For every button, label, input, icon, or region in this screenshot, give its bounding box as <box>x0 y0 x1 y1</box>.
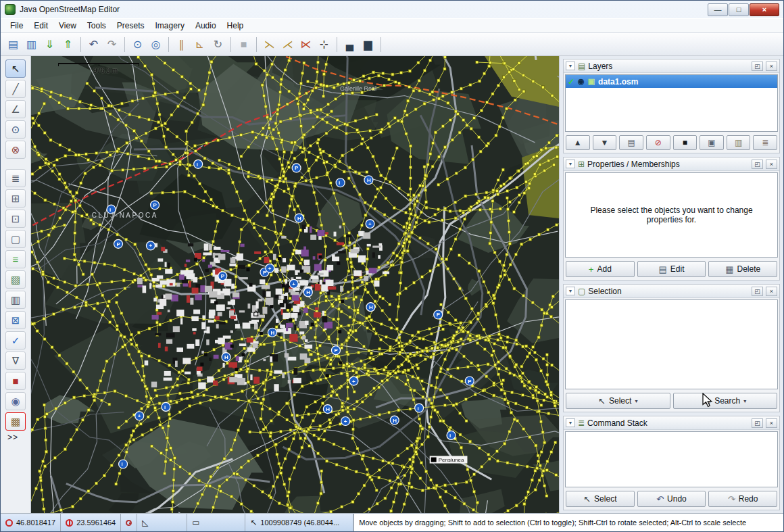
routing-bus-icon[interactable]: ▆ <box>359 35 377 53</box>
search-menu-button[interactable]: ⊙ Search ▾ <box>673 393 778 409</box>
collapse-icon[interactable]: ▼ <box>566 160 575 168</box>
minimize-button[interactable]: — <box>708 3 728 16</box>
cs-select-label: Select <box>594 494 616 504</box>
follow-line-icon[interactable]: ⊾ <box>191 35 209 53</box>
collapse-icon[interactable]: ▼ <box>566 418 575 427</box>
menu-audio[interactable]: Audio <box>190 20 222 32</box>
map-canvas[interactable] <box>31 56 559 513</box>
layers-toggle-button[interactable]: ≣ <box>5 169 26 187</box>
delete-mode-button[interactable]: ⊗ <box>5 141 26 159</box>
cs-select-button[interactable]: ↖ Select <box>566 491 635 507</box>
download-icon[interactable]: ⇓ <box>41 35 59 53</box>
dock-icon[interactable]: ◰ <box>752 62 763 71</box>
imagery-toggle-button[interactable]: ◉ <box>5 392 26 410</box>
select-mode-button[interactable]: ↖ <box>5 59 26 78</box>
open-file-icon[interactable]: ▤ <box>4 35 22 53</box>
layers-panel-title: Layers <box>588 62 749 71</box>
pan-icon[interactable]: ⊹ <box>315 35 333 53</box>
relations-toggle-button[interactable]: ⊡ <box>5 210 26 228</box>
save-icon[interactable]: ▥ <box>22 35 41 53</box>
undo-icon[interactable]: ↶ <box>84 35 103 53</box>
zoom-download-icon[interactable]: ◎ <box>147 35 165 53</box>
redo-icon[interactable]: ↷ <box>103 35 121 53</box>
longitude-value: 23.5961464 <box>76 518 116 527</box>
cs-undo-label: Undo <box>667 494 687 504</box>
dock-icon[interactable]: ◰ <box>752 287 763 296</box>
split-way-icon[interactable]: ⋋ <box>260 35 278 53</box>
map-scale: 976.3 m <box>58 63 139 74</box>
latitude-icon <box>5 519 13 527</box>
command-stack-toggle-button[interactable]: ≡ <box>5 250 26 268</box>
selection-panel-title: Selection <box>588 287 749 296</box>
layer-row[interactable]: ✓ ◉ ▣ data1.osm <box>566 75 777 88</box>
delete-button[interactable]: ▦ Delete <box>708 261 777 277</box>
filter-toggle-button[interactable]: ∇ <box>5 352 26 370</box>
cs-redo-label: Redo <box>739 494 758 504</box>
app-window: Java OpenStreetMap Editor — □ × File Edi… <box>0 0 784 532</box>
close-icon[interactable]: × <box>766 62 777 71</box>
close-icon[interactable]: × <box>766 160 777 169</box>
notes-toggle-button[interactable]: ⊠ <box>5 311 26 329</box>
dock-icon[interactable]: ◰ <box>752 160 763 169</box>
collapse-icon[interactable]: ▼ <box>566 287 575 295</box>
delete-layer-button[interactable]: ≣ <box>753 135 777 150</box>
upload-icon[interactable]: ⇑ <box>59 35 77 53</box>
layer-active-icon[interactable]: ✓ <box>568 77 574 87</box>
menu-file[interactable]: File <box>5 20 28 32</box>
select-menu-button[interactable]: ↖ Select ▾ <box>566 393 670 409</box>
new-layer-button[interactable]: ▥ <box>727 135 751 150</box>
refresh-icon[interactable]: ↻ <box>209 35 227 53</box>
zoom-selection-icon[interactable]: ⊙ <box>128 35 147 53</box>
menu-presets[interactable]: Presets <box>112 20 150 32</box>
menu-edit[interactable]: Edit <box>28 20 53 32</box>
inactive-tool-icon: ■ <box>235 35 253 53</box>
move-layer-down-button[interactable]: ▼ <box>593 135 617 150</box>
search-icon: ⊙ <box>704 396 711 406</box>
toolbox-toggle-button[interactable]: ■ <box>5 372 26 390</box>
properties-toggle-button[interactable]: ⊞ <box>5 189 26 208</box>
properties-panel-title: Properties / Memberships <box>587 160 749 169</box>
properties-placeholder-message: Please select the objects you want to ch… <box>566 173 777 257</box>
merge-layer-button[interactable]: ▤ <box>619 135 643 150</box>
unglue-icon[interactable]: ⋉ <box>297 35 315 53</box>
close-icon[interactable]: × <box>766 287 777 296</box>
layer-visibility-button[interactable]: ⊘ <box>646 135 670 150</box>
layer-opacity-button[interactable]: ■ <box>673 135 697 150</box>
menu-help[interactable]: Help <box>222 20 249 32</box>
selection-toggle-button[interactable]: ▢ <box>5 230 26 248</box>
zoom-mode-button[interactable]: ⊙ <box>5 120 26 139</box>
longitude-field: 23.5961464 <box>61 514 121 531</box>
add-button[interactable]: + Add <box>566 261 635 277</box>
parallel-way-icon[interactable]: ∥ <box>172 35 191 53</box>
duplicate-layer-button[interactable]: ▣ <box>700 135 724 150</box>
combine-way-icon[interactable]: ⋌ <box>278 35 297 53</box>
app-icon <box>5 4 16 15</box>
dock-icon[interactable]: ◰ <box>752 418 763 428</box>
move-layer-up-button[interactable]: ▲ <box>566 135 590 150</box>
expand-toolbar-button[interactable]: >> <box>1 433 18 442</box>
main-area: ↖ ╱ ∠ ⊙ ⊗ ≣ ⊞ ⊡ ▢ ≡ ▧ ▥ ⊠ ✓ ∇ ■ ◉ ▩ >> <box>1 56 783 513</box>
measurement-toggle-button[interactable]: ▩ <box>5 412 26 431</box>
draw-mode-button[interactable]: ╱ <box>5 80 26 98</box>
maximize-button[interactable]: □ <box>729 3 749 16</box>
minimap-toggle-button[interactable]: ▧ <box>5 270 26 289</box>
edit-label: Edit <box>670 264 685 274</box>
layer-buttons: ▲ ▼ ▤ ⊘ ■ ▣ ▥ ≣ <box>564 133 779 153</box>
menu-tools[interactable]: Tools <box>82 20 112 32</box>
layer-visible-icon[interactable]: ◉ <box>578 77 585 86</box>
selection-panel: ▼ ▢ Selection ◰ × ↖ Select ▾ ⊙ Search <box>563 284 780 412</box>
edit-button[interactable]: ▤ Edit <box>637 261 706 277</box>
menu-view[interactable]: View <box>53 20 82 32</box>
changeset-toggle-button[interactable]: ▥ <box>5 291 26 309</box>
close-icon[interactable]: × <box>766 418 777 428</box>
angle-mode-button[interactable]: ∠ <box>5 100 26 118</box>
validator-toggle-button[interactable]: ✓ <box>5 331 26 349</box>
collapse-icon[interactable]: ▼ <box>566 62 575 70</box>
map-view[interactable]: 976.3 m <box>31 56 559 513</box>
menu-imagery[interactable]: Imagery <box>150 20 190 32</box>
routing-car-icon[interactable]: ▄ <box>341 35 359 53</box>
cs-redo-button[interactable]: ↷ Redo <box>708 491 777 507</box>
properties-panel: ▼ ⊞ Properties / Memberships ◰ × Please … <box>563 157 780 281</box>
close-button[interactable]: × <box>750 3 779 16</box>
cs-undo-button[interactable]: ↶ Undo <box>637 491 706 507</box>
